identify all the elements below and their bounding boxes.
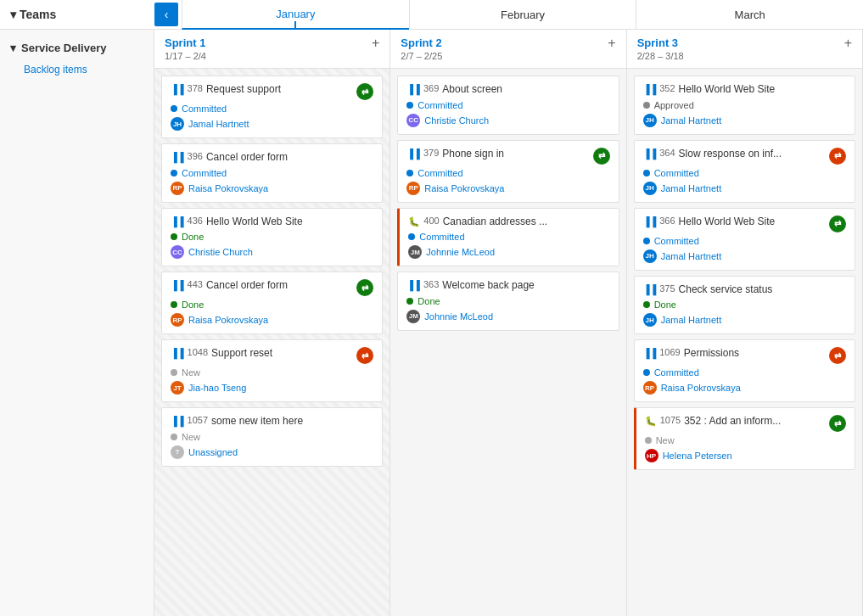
link-button[interactable]: ⇄ — [356, 83, 373, 100]
status-text: Done — [417, 296, 440, 306]
sprint-2-cards: ▐▐ 369 About screen Committed CC Christi… — [390, 69, 625, 616]
assignee-name[interactable]: Raisa Pokrovskaya — [661, 383, 741, 393]
status-text: Committed — [417, 168, 462, 178]
status-dot — [171, 301, 177, 308]
avatar: CC — [171, 245, 184, 259]
status-dot — [643, 301, 650, 308]
sidebar-item-backlog[interactable]: Backlog items — [0, 59, 154, 80]
sprint-2-add-button[interactable]: + — [608, 36, 615, 50]
sprint-column-3: Sprint 3 2/28 – 3/18 + ▐▐ 352 Hello Worl… — [627, 30, 863, 616]
assignee-name[interactable]: Jamal Hartnett — [661, 251, 722, 261]
active-indicator — [294, 21, 296, 28]
teams-label[interactable]: ▾ Teams — [0, 8, 154, 21]
card-title: Check service status — [679, 283, 773, 297]
card-366: ▐▐ 366 Hello World Web Site ⇄ Committed … — [634, 208, 855, 271]
user-story-icon: ▐▐ — [171, 348, 184, 358]
sprint-1-cards: ▐▐ 378 Request support ⇄ Committed JH Ja… — [154, 69, 389, 616]
status-text: Committed — [182, 168, 227, 178]
avatar: JH — [171, 117, 184, 131]
status-text: Committed — [182, 104, 227, 114]
status-dot — [643, 238, 650, 244]
assignee-name[interactable]: Raisa Pokrovskaya — [188, 315, 268, 325]
sprint-1-header: Sprint 1 1/17 – 2/4 + — [154, 30, 389, 69]
status-dot — [171, 170, 177, 176]
card-396: ▐▐ 396 Cancel order form Committed RP Ra… — [161, 143, 383, 203]
card-436: ▐▐ 436 Hello World Web Site Done CC Chri… — [161, 208, 383, 267]
assignee-name[interactable]: Jamal Hartnett — [661, 315, 722, 325]
card-title: Hello World Web Site — [206, 216, 303, 229]
sprint-1-add-button[interactable]: + — [372, 36, 379, 50]
assignee-name[interactable]: Christie Church — [424, 115, 489, 126]
avatar: JM — [406, 310, 420, 323]
card-title: Welcome back page — [442, 279, 535, 293]
assignee-name[interactable]: Jamal Hartnett — [661, 115, 722, 126]
card-363: ▐▐ 363 Welcome back page Done JM Johnnie… — [397, 272, 619, 331]
nav-prev-button[interactable]: ‹ — [154, 3, 178, 26]
link-button[interactable]: ⇄ — [356, 347, 373, 364]
link-button[interactable]: ⇄ — [593, 148, 610, 165]
card-id: 363 — [423, 279, 439, 289]
card-1048: ▐▐ 1048 Support reset ⇄ New JT Jia-hao T… — [161, 339, 383, 402]
assignee-name[interactable]: Raisa Pokrovskaya — [424, 183, 504, 193]
user-story-icon: ▐▐ — [171, 152, 184, 162]
link-button[interactable]: ⇄ — [356, 279, 373, 296]
card-1057: ▐▐ 1057 some new item here New ? Unassig… — [161, 407, 383, 467]
avatar: ? — [171, 445, 184, 459]
user-story-icon: ▐▐ — [171, 280, 184, 290]
status-dot — [408, 233, 415, 240]
card-375: ▐▐ 375 Check service status Done JH Jama… — [634, 276, 855, 335]
sprint-3-title: Sprint 3 — [637, 36, 684, 49]
card-id: 400 — [423, 216, 439, 226]
card-id: 1069 — [659, 347, 680, 357]
link-button[interactable]: ⇄ — [829, 148, 846, 165]
assignee-name[interactable]: Jamal Hartnett — [188, 119, 249, 129]
status-text: Committed — [654, 168, 699, 178]
user-story-icon: ▐▐ — [643, 284, 657, 294]
assignee-name[interactable]: Unassigned — [188, 447, 238, 457]
tab-february[interactable]: February — [409, 0, 636, 30]
status-dot — [171, 233, 177, 240]
bug-icon: 🐛 — [408, 216, 420, 227]
tab-march[interactable]: March — [636, 0, 863, 30]
card-title: Phone sign in — [442, 148, 504, 161]
assignee-name[interactable]: Jamal Hartnett — [661, 183, 722, 193]
status-text: Done — [182, 300, 204, 310]
card-id: 1048 — [188, 347, 208, 357]
assignee-name[interactable]: Johnnie McLeod — [424, 311, 493, 322]
card-379: ▐▐ 379 Phone sign in ⇄ Committed RP Rais… — [397, 140, 619, 203]
assignee-name[interactable]: Raisa Pokrovskaya — [188, 183, 268, 193]
link-button[interactable]: ⇄ — [829, 347, 846, 364]
sprint-column-1: Sprint 1 1/17 – 2/4 + ▐▐ 378 Request sup… — [154, 30, 390, 616]
status-text: Done — [182, 232, 204, 242]
avatar: HP — [645, 449, 658, 462]
link-button[interactable]: ⇄ — [829, 415, 846, 432]
status-text: Committed — [654, 236, 699, 246]
status-text: Approved — [654, 100, 694, 110]
avatar: CC — [406, 114, 420, 127]
assignee-name[interactable]: Helena Petersen — [663, 451, 732, 461]
card-title: Permissions — [684, 347, 739, 361]
card-title: Canadian addresses ... — [443, 216, 547, 229]
card-title: Hello World Web Site — [679, 216, 776, 229]
status-dot — [643, 170, 650, 176]
bug-icon: 🐛 — [645, 416, 657, 427]
status-text: Committed — [654, 367, 699, 378]
card-title: Request support — [206, 83, 281, 97]
user-story-icon: ▐▐ — [171, 416, 184, 426]
sidebar-team-service-delivery[interactable]: ▾ Service Delivery — [0, 36, 154, 59]
tab-january[interactable]: January — [182, 0, 409, 30]
sprint-2-header: Sprint 2 2/7 – 2/25 + — [390, 30, 625, 69]
avatar: JH — [643, 249, 657, 263]
assignee-name[interactable]: Christie Church — [188, 247, 253, 257]
status-text: New — [182, 432, 200, 442]
link-button[interactable]: ⇄ — [829, 216, 846, 232]
assignee-name[interactable]: Jia-hao Tseng — [188, 383, 246, 393]
card-title: About screen — [442, 83, 502, 97]
sidebar: ▾ Service Delivery Backlog items — [0, 30, 154, 616]
status-dot — [171, 105, 177, 112]
assignee-name[interactable]: Johnnie McLeod — [426, 247, 495, 257]
sprint-column-2: Sprint 2 2/7 – 2/25 + ▐▐ 369 About scree… — [390, 30, 626, 616]
sprint-3-add-button[interactable]: + — [844, 36, 852, 50]
avatar: RP — [406, 182, 420, 195]
user-story-icon: ▐▐ — [171, 216, 184, 227]
